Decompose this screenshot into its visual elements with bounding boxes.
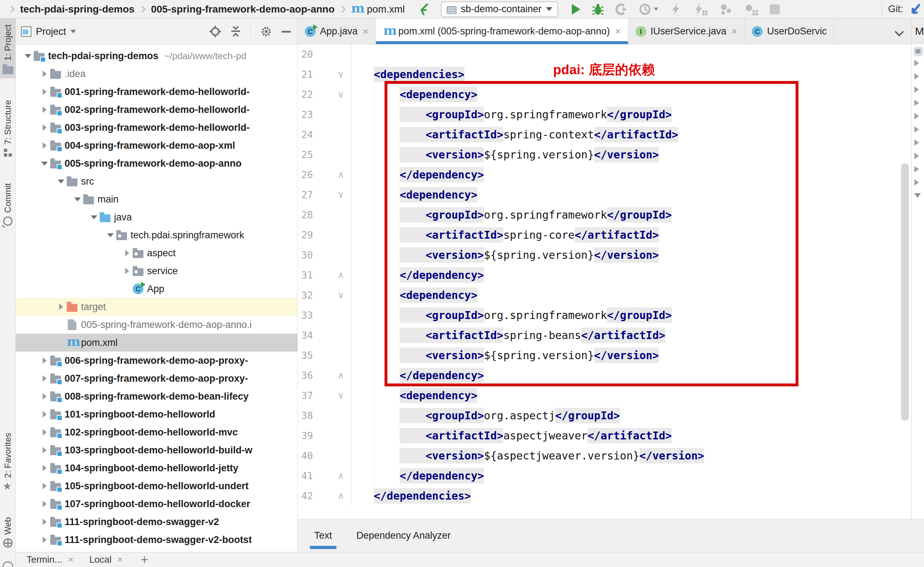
tree-row[interactable]: java <box>16 208 297 226</box>
fold-marker-icon[interactable]: ∨ <box>331 285 351 305</box>
tree-row[interactable]: aspect <box>16 244 297 262</box>
tree-expand-chevron-icon[interactable] <box>39 393 50 400</box>
tree-expand-chevron-icon[interactable] <box>56 304 66 310</box>
tree-expand-chevron-icon[interactable] <box>39 124 50 131</box>
profiler-memory-icon[interactable] <box>744 3 759 16</box>
maven-item-expand-arrow-icon[interactable] <box>914 100 919 106</box>
editor-tab[interactable]: UserDoServic× <box>745 19 834 44</box>
tree-expand-chevron-icon[interactable] <box>105 233 116 237</box>
maven-item-expand-arrow-icon[interactable] <box>914 140 919 146</box>
tree-row[interactable]: tech.pdai.springframework <box>16 226 297 244</box>
fold-marker-icon[interactable] <box>331 305 351 326</box>
code-line[interactable]: 40 <version>${aspectjweaver.version}</ve… <box>298 446 924 466</box>
code-line[interactable]: 24 <artifactId>spring-context</artifactI… <box>298 125 924 145</box>
back-arrow-icon[interactable] <box>418 3 431 16</box>
code-line[interactable]: 28 <groupId>org.springframework</groupId… <box>298 205 924 225</box>
attach-profiler-grid-icon[interactable] <box>693 3 708 16</box>
tool-window-button[interactable]: Web <box>0 512 16 552</box>
tree-expand-chevron-icon[interactable] <box>72 198 83 201</box>
tree-row[interactable]: 002-spring-framework-demo-helloworld- <box>16 101 297 118</box>
tree-row[interactable]: 111-springboot-demo-swagger-v2-bootst <box>16 531 297 549</box>
run-with-coverage-icon[interactable] <box>615 3 628 16</box>
tree-row[interactable]: App <box>16 280 297 298</box>
tree-expand-chevron-icon[interactable] <box>39 88 50 95</box>
fold-marker-icon[interactable] <box>331 125 351 145</box>
code-line[interactable]: 27∨ <dependency> <box>298 185 924 205</box>
gear-icon[interactable] <box>260 26 272 38</box>
fold-marker-icon[interactable]: ∧ <box>331 366 351 386</box>
tree-expand-chevron-icon[interactable] <box>23 54 33 58</box>
fold-marker-icon[interactable] <box>331 225 351 245</box>
locate-file-icon[interactable] <box>209 26 221 37</box>
code-line[interactable]: 23 <groupId>org.springframework</groupId… <box>298 105 924 125</box>
tree-expand-chevron-icon[interactable] <box>39 429 50 435</box>
tree-expand-chevron-icon[interactable] <box>39 483 50 489</box>
maven-item-expand-arrow-icon[interactable] <box>914 126 919 133</box>
code-line[interactable]: 35 <version>${spring.version}</version> <box>298 345 924 366</box>
code-line[interactable]: 31∧ </dependency> <box>298 265 924 285</box>
fold-marker-icon[interactable]: ∧ <box>331 466 351 486</box>
tool-window-button[interactable]: 2: Favorites <box>0 427 16 496</box>
close-tab-icon[interactable]: × <box>117 554 123 565</box>
tree-row[interactable]: 001-spring-framework-demo-helloworld- <box>16 83 297 101</box>
maven-item-expand-arrow-icon[interactable] <box>914 60 919 66</box>
tree-expand-chevron-icon[interactable] <box>39 465 50 471</box>
editor-tab[interactable]: IUserService.java× <box>628 19 745 44</box>
code-line[interactable]: 42∧</dependencies> <box>298 486 924 506</box>
profiler-button[interactable] <box>638 3 659 16</box>
editor-view-tab[interactable]: Dependency Analyzer <box>354 522 453 549</box>
fold-marker-icon[interactable] <box>331 205 351 225</box>
code-line[interactable]: 30 <version>${spring.version}</version> <box>298 245 924 265</box>
tree-expand-chevron-icon[interactable] <box>39 70 50 77</box>
tree-row[interactable]: 105-springboot-demo-helloworld-undert <box>16 477 297 495</box>
tree-row[interactable]: 102-springboot-demo-helloworld-mvc <box>16 423 297 441</box>
editor-scrollbar[interactable] <box>901 164 909 421</box>
maven-item-expand-arrow-icon[interactable] <box>914 179 919 186</box>
maven-panel-tab[interactable]: M <box>912 19 924 44</box>
fold-marker-icon[interactable] <box>331 105 351 125</box>
fold-marker-icon[interactable] <box>331 406 351 426</box>
code-line[interactable]: 41∧ </dependency> <box>298 466 924 486</box>
tree-row[interactable]: 111-springboot-demo-swagger-v2 <box>16 513 297 531</box>
tree-expand-chevron-icon[interactable] <box>89 215 99 219</box>
fold-marker-icon[interactable]: ∨ <box>331 185 351 205</box>
maven-item-expand-arrow-icon[interactable] <box>914 86 919 93</box>
code-line[interactable]: 29 <artifactId>spring-core</artifactId> <box>298 225 924 245</box>
tree-row[interactable]: 104-springboot-demo-helloworld-jetty <box>16 459 297 477</box>
tree-row[interactable]: 008-spring-framework-demo-bean-lifecy <box>16 387 297 405</box>
chevron-down-icon[interactable] <box>70 30 76 33</box>
editor-tab[interactable]: App.java× <box>298 19 376 44</box>
git-update-icon[interactable] <box>909 3 921 16</box>
tree-row[interactable]: 101-springboot-demo-helloworld <box>16 405 297 423</box>
tree-row[interactable]: src <box>16 172 297 190</box>
tree-expand-chevron-icon[interactable] <box>56 180 66 183</box>
tree-row[interactable]: main <box>16 190 297 208</box>
editor-tab[interactable]: pom.xml (005-spring-framework-demo-aop-a… <box>376 19 628 44</box>
tree-row[interactable]: 107-springboot-demo-helloworld-docker <box>16 495 297 513</box>
maven-item-expand-arrow-icon[interactable] <box>914 113 919 119</box>
fold-marker-icon[interactable]: ∧ <box>331 165 351 185</box>
tree-row[interactable]: 103-springboot-demo-helloworld-build-w <box>16 441 297 459</box>
fold-marker-icon[interactable]: ∨ <box>331 85 351 105</box>
fold-marker-icon[interactable]: ∨ <box>331 386 351 406</box>
tree-expand-chevron-icon[interactable] <box>39 106 50 113</box>
maven-item-expand-arrow-icon[interactable] <box>914 153 919 159</box>
project-view-selector[interactable]: Project <box>36 26 66 37</box>
fold-marker-icon[interactable] <box>331 245 351 265</box>
hide-panel-button[interactable] <box>281 31 291 33</box>
tool-window-button[interactable]: 7: Structure <box>0 94 16 162</box>
breadcrumb-item[interactable]: pom.xml <box>340 4 405 15</box>
profiler-cpu-icon[interactable] <box>719 3 733 16</box>
close-tab-icon[interactable]: × <box>68 554 74 565</box>
tool-window-button[interactable]: Commit <box>0 177 16 230</box>
tree-expand-chevron-icon[interactable] <box>39 375 50 382</box>
collapse-all-icon[interactable] <box>230 26 241 37</box>
close-tab-icon[interactable]: × <box>363 26 369 37</box>
tree-expand-chevron-icon[interactable] <box>39 501 50 507</box>
maven-item-expand-arrow-icon[interactable] <box>914 166 919 172</box>
breadcrumb-item[interactable]: 005-spring-framework-demo-aop-anno <box>140 4 335 15</box>
code-line[interactable]: 34 <artifactId>spring-beans</artifactId> <box>298 326 924 345</box>
fold-marker-icon[interactable] <box>331 45 351 64</box>
fold-marker-icon[interactable]: ∧ <box>331 486 351 506</box>
editor-view-tab[interactable]: Text <box>312 522 334 549</box>
